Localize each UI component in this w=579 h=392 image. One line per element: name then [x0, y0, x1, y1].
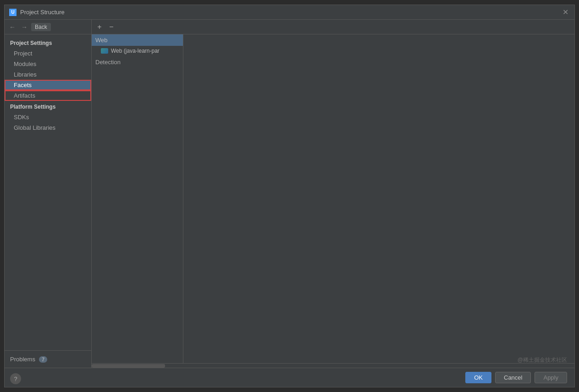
web-artifact-icon [101, 48, 108, 54]
back-nav-button[interactable]: ← [7, 22, 17, 32]
dialog-body: ← → Back Project Settings Project Module… [5, 20, 574, 368]
remove-artifact-button[interactable]: − [106, 22, 116, 32]
project-structure-dialog: U Project Structure ✕ ← → Back Project S… [4, 5, 575, 387]
main-panel: Web Web (java-learn-par Detection [92, 34, 574, 363]
artifact-web-sub-label: Web (java-learn-par [111, 48, 160, 54]
nav-controls: ← → Back [5, 20, 91, 34]
close-button[interactable]: ✕ [561, 8, 570, 17]
cancel-button[interactable]: Cancel [495, 372, 531, 383]
title-bar: U Project Structure ✕ [5, 5, 574, 20]
scrollbar-thumb[interactable] [92, 364, 165, 368]
sidebar-item-artifacts[interactable]: Artifacts [5, 90, 91, 101]
artifact-web-sub-item[interactable]: Web (java-learn-par [92, 46, 183, 56]
sidebar-item-sdks[interactable]: SDKs [5, 112, 91, 122]
project-settings-label: Project Settings [5, 37, 91, 48]
detection-label: Detection [92, 56, 183, 68]
help-button[interactable]: ? [10, 373, 21, 384]
sidebar: ← → Back Project Settings Project Module… [5, 20, 92, 368]
back-button[interactable]: Back [31, 23, 51, 31]
sidebar-item-project[interactable]: Project [5, 48, 91, 59]
scrollbar-area[interactable] [92, 363, 574, 368]
sidebar-item-global-libraries[interactable]: Global Libraries [5, 122, 91, 133]
sidebar-item-modules[interactable]: Modules [5, 59, 91, 69]
apply-button[interactable]: Apply [535, 372, 567, 383]
sidebar-item-facets[interactable]: Facets [5, 80, 91, 90]
ok-button[interactable]: OK [465, 372, 491, 383]
dialog-footer: OK Cancel Apply [5, 368, 574, 387]
add-artifact-button[interactable]: + [94, 22, 105, 32]
problems-badge: 7 [39, 356, 47, 363]
main-toolbar: + − [92, 20, 574, 34]
sidebar-bottom: Problems 7 [5, 350, 91, 368]
sidebar-nav: Project Settings Project Modules Librari… [5, 34, 91, 350]
problems-row[interactable]: Problems 7 [5, 353, 91, 365]
problems-label: Problems [10, 356, 35, 363]
artifact-web-item[interactable]: Web [92, 34, 183, 46]
app-icon: U [9, 9, 17, 16]
artifact-list-panel: Web Web (java-learn-par Detection [92, 34, 183, 363]
dialog-title: Project Structure [20, 9, 561, 16]
watermark: @稀土掘金技术社区 [518, 356, 567, 364]
main-content: + − Web Web (java-learn-par Detection [92, 20, 574, 368]
forward-nav-button[interactable]: → [19, 22, 29, 32]
platform-settings-label: Platform Settings [5, 101, 91, 112]
sidebar-item-libraries[interactable]: Libraries [5, 69, 91, 80]
content-area [183, 34, 574, 363]
